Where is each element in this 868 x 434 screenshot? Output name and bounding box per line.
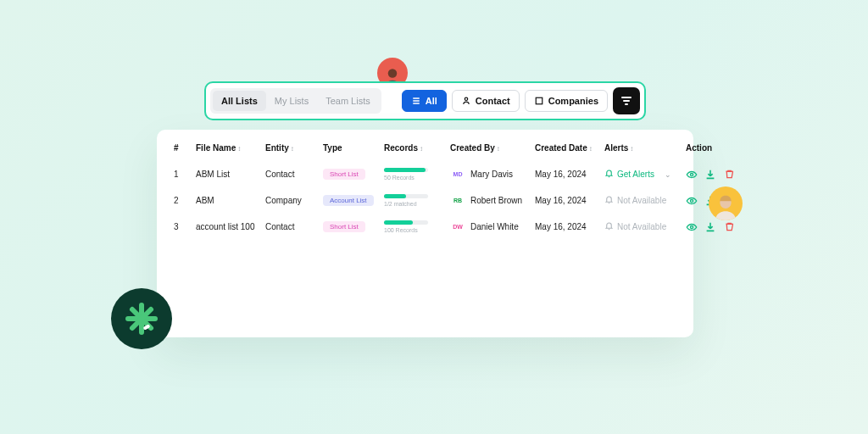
filter-icon [620,94,633,108]
cell-type: Short List [321,161,382,187]
cell-records: 1/2 matched [382,187,448,214]
alert-label: Get Alerts [617,170,654,179]
filter-all-button[interactable]: All [402,90,447,112]
cell-entity: Contact [264,214,321,240]
alert-label: Not Available [617,222,666,231]
sort-icon: ↕ [589,145,593,153]
svg-point-4 [465,97,467,100]
cell-file[interactable]: ABM [194,187,264,214]
table-row: 1ABM ListContactShort List50 RecordsMDMa… [172,161,737,187]
lists-table-panel: # File Name↕ Entity↕ Type Records↕ Creat… [157,130,693,337]
records-sub: 50 Records [384,175,447,181]
th-alerts[interactable]: Alerts↕ [603,138,684,161]
asterisk-icon [123,300,160,337]
filter-contact-button[interactable]: Contact [452,90,520,112]
bell-icon [604,221,614,232]
segment-all-lists[interactable]: All Lists [213,91,266,111]
filter-button[interactable] [613,87,640,114]
cell-date: May 16, 2024 [533,187,603,214]
segment-team-lists[interactable]: Team Lists [317,91,379,111]
type-tag: Short List [323,221,365,232]
records-bar [384,220,428,225]
cell-file[interactable]: ABM List [194,161,264,187]
segment-my-lists[interactable]: My Lists [266,91,317,111]
cell-alerts: Not Available [603,187,684,214]
app-logo [111,288,172,349]
cell-actions [684,161,737,187]
creator-name: Mary Davis [470,170,513,179]
th-index[interactable]: # [172,138,194,161]
cell-entity: Company [264,187,321,214]
cell-file[interactable]: account list 100 [194,214,264,240]
filter-contact-label: Contact [476,96,510,106]
cell-entity: Contact [264,161,321,187]
download-action[interactable] [704,221,716,233]
avatar [709,186,743,220]
cell-alerts: Not Available [603,214,684,240]
cell-records: 100 Records [382,214,448,240]
creator-name: Daniel White [470,222,519,231]
th-action: Action [684,138,737,161]
cell-type: Account List [321,187,382,214]
sort-icon: ↕ [420,145,423,153]
delete-action[interactable] [723,169,735,181]
creator-name: Robert Brown [470,196,522,205]
th-date[interactable]: Created Date↕ [533,138,603,161]
bell-icon [604,169,614,180]
type-tag: Account List [323,195,374,206]
th-file[interactable]: File Name↕ [194,138,264,161]
cell-index: 1 [172,161,194,187]
view-action[interactable] [686,169,698,181]
cell-date: May 16, 2024 [533,161,603,187]
records-bar [384,168,428,172]
cell-records: 50 Records [382,161,448,187]
svg-point-10 [690,225,693,228]
cell-index: 3 [172,214,194,240]
list-icon [411,96,421,106]
delete-action[interactable] [723,221,735,233]
svg-point-9 [690,199,693,202]
records-sub: 100 Records [384,227,447,233]
filter-companies-label: Companies [548,96,598,106]
th-records[interactable]: Records↕ [382,138,448,161]
view-action[interactable] [686,195,698,207]
svg-point-0 [388,69,398,78]
th-entity[interactable]: Entity↕ [264,138,321,161]
cell-index: 2 [172,187,194,214]
filter-companies-button[interactable]: Companies [525,90,608,112]
building-icon [534,96,544,106]
bell-icon [604,195,614,206]
th-type[interactable]: Type [321,138,382,161]
creator-initials: DW [450,221,465,233]
sort-icon: ↕ [497,145,500,153]
cell-creator: DWDaniel White [448,214,533,240]
table-row: 2ABMCompanyAccount List1/2 matchedRBRobe… [172,187,737,214]
svg-point-8 [690,173,693,175]
sort-icon: ↕ [291,145,294,153]
cell-creator: RBRobert Brown [448,187,533,214]
cell-alerts[interactable]: Get Alerts⌄ [603,161,684,187]
cell-date: May 16, 2024 [533,214,603,240]
sort-icon: ↕ [630,145,633,153]
cell-type: Short List [321,214,382,240]
svg-rect-5 [536,97,542,104]
list-toolbar: All Lists My Lists Team Lists All Contac… [204,81,646,120]
creator-initials: RB [450,195,465,207]
creator-initials: MD [450,169,465,181]
table-row: 3account list 100ContactShort List100 Re… [172,214,737,240]
chevron-down-icon: ⌄ [665,170,671,179]
th-creator[interactable]: Created By↕ [448,138,533,161]
cell-creator: MDMary Davis [448,161,533,187]
alert-label: Not Available [617,196,666,205]
view-action[interactable] [686,221,698,233]
records-bar [384,194,428,198]
lists-table: # File Name↕ Entity↕ Type Records↕ Creat… [172,138,737,240]
sort-icon: ↕ [237,145,241,153]
download-action[interactable] [704,169,716,181]
list-scope-segment: All Lists My Lists Team Lists [210,88,381,114]
person-icon [461,96,471,106]
filter-all-label: All [426,96,437,106]
type-tag: Short List [323,169,365,180]
records-sub: 1/2 matched [384,201,447,207]
